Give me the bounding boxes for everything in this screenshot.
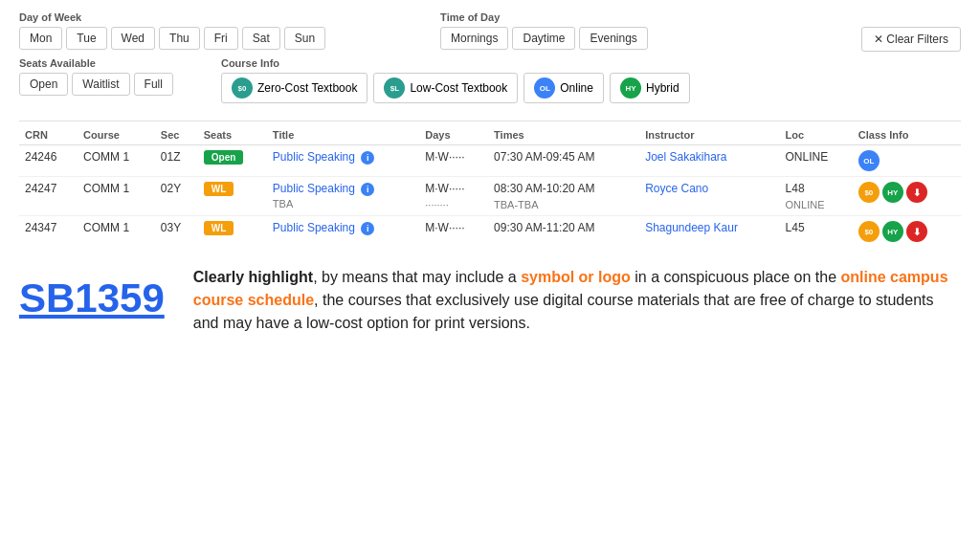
so-class-badge: $0 — [858, 221, 880, 242]
title-cell: Public Speaking i — [267, 145, 419, 177]
seats-waitlist-button[interactable]: Waitlist — [72, 73, 129, 96]
seats-full-button[interactable]: Full — [134, 73, 173, 96]
day-thu-button[interactable]: Thu — [159, 27, 200, 50]
instructor-link[interactable]: Joel Sakakihara — [645, 150, 726, 164]
time-evenings-button[interactable]: Evenings — [579, 27, 647, 50]
info-icon[interactable]: i — [361, 222, 374, 235]
hybrid-button[interactable]: HY Hybrid — [610, 73, 690, 103]
clear-filters-button[interactable]: ✕ Clear Filters — [861, 27, 961, 52]
title-link[interactable]: Public Speaking — [273, 221, 355, 234]
col-course: Course — [78, 125, 155, 145]
status-cell: WL — [198, 177, 267, 216]
table-row: 24246 COMM 1 01Z Open Public Speaking i … — [19, 145, 961, 177]
col-crn: CRN — [19, 125, 78, 145]
ol-badge: OL — [534, 77, 555, 99]
symbol-logo-text: symbol or logo — [521, 269, 631, 285]
zt-label: Zero-Cost Textbook — [257, 81, 358, 95]
loc-cell: L45 — [780, 216, 853, 248]
text-after1: in a conspicuous place on the — [631, 269, 841, 285]
badges-group: $0 HY ⬇ — [858, 182, 955, 203]
time-daytime-button[interactable]: Daytime — [512, 27, 575, 50]
col-days: Days — [419, 125, 488, 145]
zero-cost-textbook-button[interactable]: $0 Zero-Cost Textbook — [221, 73, 368, 103]
times-cell: 07:30 AM-09:45 AM — [488, 145, 639, 177]
badges-group: $0 HY ⬇ — [858, 221, 955, 242]
sb1359-link[interactable]: SB1359 — [19, 276, 165, 335]
time-mornings-button[interactable]: Mornings — [440, 27, 508, 50]
dl-class-badge: ⬇ — [906, 182, 927, 203]
course-cell: COMM 1 — [78, 216, 155, 248]
crn-cell: 24347 — [19, 216, 78, 248]
course-cell: COMM 1 — [78, 145, 155, 177]
col-loc: Loc — [780, 125, 853, 145]
instructor-cell: Joel Sakakihara — [639, 145, 779, 177]
day-tue-button[interactable]: Tue — [66, 27, 106, 50]
col-instructor: Instructor — [639, 125, 779, 145]
title-cell: Public Speaking i — [267, 216, 419, 248]
clearly-highlight-text: Clearly highlight — [193, 269, 313, 285]
instructor-link[interactable]: Shagundeep Kaur — [645, 221, 738, 234]
status-cell: Open — [198, 145, 267, 177]
dl-class-badge: ⬇ — [906, 221, 927, 242]
sec-cell: 02Y — [155, 177, 198, 216]
hy-class-badge: HY — [882, 221, 903, 242]
times-cell: 08:30 AM-10:20 AM TBA-TBA — [488, 177, 639, 216]
title-link[interactable]: Public Speaking — [273, 150, 355, 164]
status-badge: WL — [204, 182, 234, 196]
seats-button-group: Open Waitlist Full — [19, 73, 173, 96]
day-sun-button[interactable]: Sun — [284, 27, 325, 50]
instructor-cell: Shagundeep Kaur — [639, 216, 779, 248]
crn-cell: 24246 — [19, 145, 78, 177]
col-seats: Seats — [198, 125, 267, 145]
days-cell: M·W····· — [419, 145, 488, 177]
instructor-link[interactable]: Royce Cano — [645, 182, 708, 195]
course-table: CRN Course Sec Seats Title Days Times In… — [19, 125, 961, 247]
day-sat-button[interactable]: Sat — [242, 27, 280, 50]
lc-badge: $L — [384, 77, 405, 99]
courseinfo-button-group: $0 Zero-Cost Textbook $L Low-Cost Textbo… — [221, 73, 690, 103]
day-wed-button[interactable]: Wed — [111, 27, 155, 50]
day-mon-button[interactable]: Mon — [19, 27, 62, 50]
col-title: Title — [267, 125, 419, 145]
days-cell: M·W····· ········ — [419, 177, 488, 216]
tba-days: ········ — [425, 199, 482, 210]
status-badge: WL — [204, 221, 234, 235]
ol-label: Online — [560, 81, 593, 95]
tba-loc: ONLINE — [786, 199, 847, 210]
seats-open-button[interactable]: Open — [19, 73, 68, 96]
status-badge: Open — [204, 150, 244, 165]
tod-button-group: Mornings Daytime Evenings — [440, 27, 648, 50]
online-button[interactable]: OL Online — [523, 73, 604, 103]
tod-label: Time of Day — [440, 11, 648, 23]
dow-label: Day of Week — [19, 11, 325, 23]
col-sec: Sec — [155, 125, 198, 145]
dow-button-group: Mon Tue Wed Thu Fri Sat Sun — [19, 27, 325, 50]
classinfo-cell: OL — [853, 145, 961, 177]
days-cell: M·W····· — [419, 216, 488, 248]
sec-cell: 03Y — [155, 216, 198, 248]
sec-cell: 01Z — [155, 145, 198, 177]
badges-group: OL — [858, 150, 955, 171]
text-middle: , by means that may include a — [313, 269, 521, 285]
table-row: 24247 COMM 1 02Y WL Public Speaking i TB… — [19, 177, 961, 216]
instructor-cell: Royce Cano — [639, 177, 779, 216]
col-times: Times — [488, 125, 639, 145]
table-divider — [19, 121, 961, 121]
col-classinfo: Class Info — [853, 125, 961, 145]
tba-label: TBA — [273, 198, 413, 209]
tba-times: TBA-TBA — [494, 199, 634, 210]
hy-badge: HY — [620, 77, 641, 99]
course-cell: COMM 1 — [78, 177, 155, 216]
hy-label: Hybrid — [646, 81, 679, 95]
title-cell: Public Speaking i TBA — [267, 177, 419, 216]
info-icon[interactable]: i — [361, 151, 374, 165]
highlight-text-block: Clearly highlight, by means that may inc… — [193, 266, 961, 335]
status-cell: WL — [198, 216, 267, 248]
title-link[interactable]: Public Speaking — [273, 182, 355, 195]
day-fri-button[interactable]: Fri — [204, 27, 238, 50]
info-icon[interactable]: i — [361, 183, 374, 196]
zt-badge: $0 — [232, 77, 253, 99]
crn-cell: 24247 — [19, 177, 78, 216]
classinfo-cell: $0 HY ⬇ — [853, 216, 961, 248]
low-cost-textbook-button[interactable]: $L Low-Cost Textbook — [373, 73, 518, 103]
